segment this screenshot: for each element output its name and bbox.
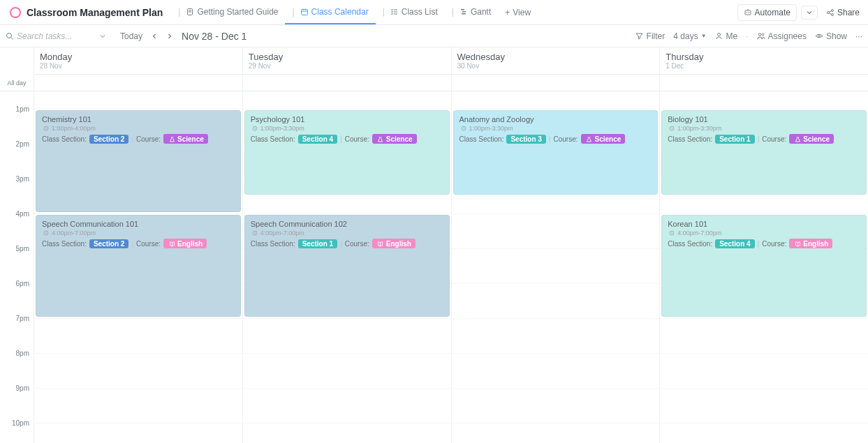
day-column[interactable]: Psychology 1011:00pm-3:30pmClass Section… — [242, 91, 451, 443]
day-headers: Monday28 NovTuesday29 NovWednesday30 Nov… — [34, 47, 868, 75]
event-card[interactable]: Korean 1014:00pm-7:00pmClass Section:Sec… — [661, 215, 867, 317]
event-title: Biology 101 — [668, 115, 860, 123]
calendar-toolbar: Today Nov 28 - Dec 1 Filter 4 days ▼ Me … — [0, 25, 868, 47]
today-button[interactable]: Today — [120, 31, 142, 41]
event-title: Korean 101 — [668, 220, 860, 228]
time-label: 7pm — [16, 315, 29, 322]
share-button[interactable]: Share — [822, 5, 864, 20]
svg-point-11 — [391, 13, 392, 15]
day-column[interactable]: Chemistry 1011:00pm-4:00pmClass Section:… — [34, 91, 242, 443]
allday-label: All day — [0, 75, 34, 91]
tab-label: Getting Started Guide — [197, 7, 278, 17]
event-card[interactable]: Speech Communication 1024:00pm-7:00pmCla… — [244, 215, 450, 317]
section-tag: Section 3 — [506, 135, 545, 144]
allday-cell[interactable] — [242, 75, 451, 91]
event-card[interactable]: Biology 1011:00pm-3:30pmClass Section:Se… — [661, 110, 867, 195]
search-input[interactable] — [17, 31, 94, 41]
toolbar-right: Filter 4 days ▼ Me · Assignees Show ··· — [635, 31, 862, 41]
allday-cells — [34, 75, 868, 91]
event-title: Speech Communication 102 — [251, 220, 443, 228]
view-tabs: |Getting Started Guide|Class Calendar|Cl… — [171, 0, 498, 24]
event-time: 4:00pm-7:00pm — [668, 229, 860, 237]
plus-icon: + — [505, 8, 510, 17]
clock-icon — [668, 124, 676, 133]
day-header: Monday28 Nov — [34, 47, 242, 74]
allday-cell[interactable] — [451, 75, 660, 91]
course-tag: English — [372, 239, 415, 248]
time-label: 10pm — [12, 419, 29, 427]
svg-rect-3 — [301, 9, 307, 15]
allday-cell[interactable] — [34, 75, 242, 91]
automate-button[interactable]: Automate — [737, 4, 797, 21]
clock-icon — [668, 229, 676, 237]
event-card[interactable]: Chemistry 1011:00pm-4:00pmClass Section:… — [36, 110, 241, 212]
calendar-grid[interactable]: 1pm2pm3pm4pm5pm6pm7pm8pm9pm10pm Chemistr… — [0, 91, 868, 443]
tab-class-calendar[interactable]: |Class Calendar — [285, 0, 375, 24]
me-button[interactable]: Me — [715, 31, 738, 41]
event-card[interactable]: Anatomy and Zoology1:00pm-3:30pmClass Se… — [453, 110, 659, 195]
day-name: Monday — [40, 52, 237, 62]
event-time: 1:00pm-3:30pm — [668, 124, 860, 133]
next-button[interactable] — [163, 31, 176, 41]
tab-gantt[interactable]: |Gantt — [445, 0, 498, 24]
section-tag: Section 4 — [298, 135, 337, 144]
tab-getting-started-guide[interactable]: |Getting Started Guide — [171, 0, 285, 24]
add-view-button[interactable]: + View — [498, 8, 538, 17]
svg-point-22 — [831, 13, 833, 15]
day-column[interactable]: Biology 1011:00pm-3:30pmClass Section:Se… — [659, 91, 868, 443]
header-right: Automate Share — [737, 4, 864, 21]
course-label: Course: — [345, 240, 369, 248]
filter-button[interactable]: Filter — [635, 31, 665, 41]
event-card[interactable]: Speech Communication 1014:00pm-7:00pmCla… — [36, 215, 241, 317]
prev-button[interactable] — [148, 31, 161, 41]
clock-icon — [459, 124, 468, 133]
event-meta: Class Section:Section 2|Course:Science — [42, 134, 235, 144]
class-section-label: Class Section: — [42, 240, 87, 248]
day-date: 30 Nov — [457, 62, 654, 70]
svg-rect-15 — [462, 13, 466, 15]
svg-line-24 — [829, 13, 831, 14]
event-meta: Class Section:Section 2|Course:English — [42, 239, 235, 248]
course-label: Course: — [762, 135, 786, 143]
meta-separator: | — [340, 240, 342, 248]
course-label: Course: — [136, 135, 161, 143]
person-icon — [715, 32, 723, 40]
separator-dot: · — [746, 31, 748, 41]
assignees-button[interactable]: Assignees — [757, 31, 807, 41]
show-label: Show — [826, 31, 847, 41]
automate-dropdown-button[interactable] — [801, 6, 818, 20]
svg-point-28 — [758, 33, 761, 36]
section-tag: Section 2 — [89, 239, 128, 248]
calendar-icon — [300, 8, 309, 16]
meta-separator: | — [758, 240, 760, 248]
course-label: Course: — [136, 240, 161, 248]
event-time: 1:00pm-4:00pm — [42, 124, 235, 133]
tab-class-list[interactable]: |Class List — [376, 0, 445, 24]
class-section-label: Class Section: — [251, 240, 295, 248]
day-column[interactable]: Anatomy and Zoology1:00pm-3:30pmClass Se… — [451, 91, 660, 443]
course-label: Course: — [762, 240, 786, 248]
event-meta: Class Section:Section 3|Course:Science — [459, 134, 652, 144]
search-dropdown[interactable] — [99, 33, 106, 40]
tab-label: Class Calendar — [311, 7, 369, 17]
allday-cell[interactable] — [659, 75, 868, 91]
svg-point-25 — [7, 33, 12, 38]
top-bar: Classroom Management Plan |Getting Start… — [0, 0, 868, 25]
time-label: 3pm — [16, 175, 29, 183]
show-button[interactable]: Show — [815, 31, 847, 41]
event-time: 4:00pm-7:00pm — [42, 229, 235, 237]
time-label: 4pm — [16, 210, 29, 218]
day-header: Tuesday29 Nov — [242, 47, 451, 74]
app-logo-icon — [10, 7, 21, 18]
time-label: 9pm — [16, 384, 29, 392]
event-title: Speech Communication 101 — [42, 220, 235, 228]
svg-rect-13 — [461, 9, 464, 10]
more-button[interactable]: ··· — [855, 31, 862, 41]
course-icon — [376, 239, 385, 248]
course-label: Course: — [345, 135, 369, 143]
event-card[interactable]: Psychology 1011:00pm-3:30pmClass Section… — [244, 110, 450, 195]
meta-separator: | — [549, 135, 551, 143]
event-time: 1:00pm-3:30pm — [459, 124, 652, 133]
days-dropdown[interactable]: 4 days ▼ — [673, 31, 706, 41]
event-meta: Class Section:Section 1|Course:Science — [668, 134, 860, 144]
